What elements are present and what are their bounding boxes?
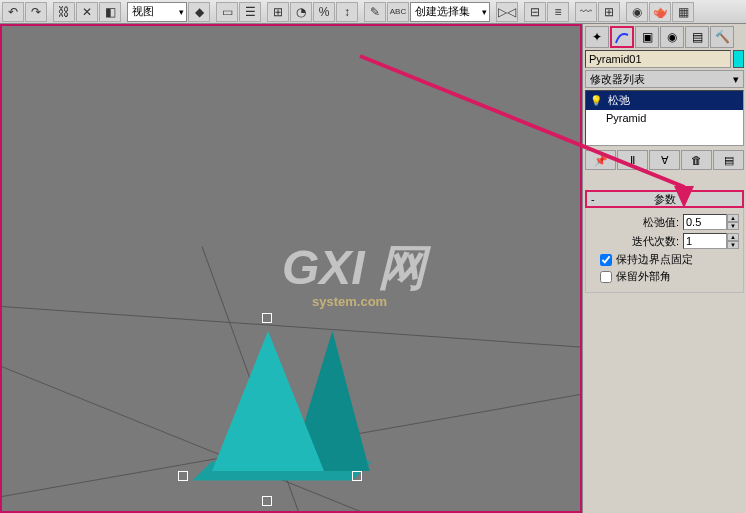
iterations-spinner[interactable]: ▲▼ [683,233,739,249]
select-button[interactable]: ▭ [216,2,238,22]
save-outer-row: 保留外部角 [600,269,739,284]
save-outer-label: 保留外部角 [616,269,671,284]
align-button[interactable]: ⊟ [524,2,546,22]
scene-3d [2,26,580,511]
named-selection-dropdown[interactable]: 创建选择集 [410,2,490,22]
annotation-arrow-head [674,186,694,208]
keep-boundary-label: 保持边界点固定 [616,252,693,267]
select-link-button[interactable]: ⛓ [53,2,75,22]
schematic-view-button[interactable]: ⊞ [598,2,620,22]
display-tab[interactable]: ▤ [685,26,709,48]
selection-handle[interactable] [262,496,272,506]
iterations-label: 迭代次数: [590,234,679,249]
keep-boundary-checkbox[interactable] [600,254,612,266]
stack-toolbar: 📌 Ⅱ ∀ 🗑 ▤ [585,150,744,170]
selection-handle[interactable] [262,313,272,323]
redo-button[interactable]: ↷ [25,2,47,22]
save-outer-checkbox[interactable] [600,271,612,283]
main-toolbar: ↶ ↷ ⛓ ✕ ◧ 视图 ◆ ▭ ☰ ⊞ ◔ % ↕ ✎ ABC 创建选择集 ▷… [0,0,746,24]
minus-icon: - [591,193,595,205]
configure-sets-button[interactable]: ▤ [713,150,744,170]
command-panel-tabs: ✦ ▣ ◉ ▤ 🔨 [585,26,744,48]
object-name-input[interactable] [585,50,731,68]
keep-boundary-row: 保持边界点固定 [600,252,739,267]
layers-button[interactable]: ≡ [547,2,569,22]
mirror-button[interactable]: ▷◁ [496,2,518,22]
named-selection-edit-button[interactable]: ✎ [364,2,386,22]
render-scene-button[interactable]: 🫖 [649,2,671,22]
percent-snap-button[interactable]: % [313,2,335,22]
lightbulb-icon: 💡 [590,95,602,106]
selection-handle[interactable] [178,471,188,481]
modify-icon [614,29,630,45]
pyramid-front-face [212,331,324,471]
angle-snap-button[interactable]: ◔ [290,2,312,22]
remove-modifier-button[interactable]: 🗑 [681,150,712,170]
stack-item-label: Pyramid [606,112,646,124]
iterations-input[interactable] [683,233,727,249]
material-editor-button[interactable]: ◉ [626,2,648,22]
parameters-rollout-body: 松弛值: ▲▼ 迭代次数: ▲▼ 保持边界点固定 保留外部角 [585,208,744,293]
pyramid-object[interactable] [182,321,352,491]
unlink-button[interactable]: ✕ [76,2,98,22]
parameters-rollout-header[interactable]: - 参数 [585,190,744,208]
undo-button[interactable]: ↶ [2,2,24,22]
motion-tab[interactable]: ◉ [660,26,684,48]
command-panel: ✦ ▣ ◉ ▤ 🔨 修改器列表 💡 松弛 Pyramid 📌 Ⅱ ∀ 🗑 ▤ -… [582,24,746,513]
snap-toggle-button[interactable]: ⊞ [267,2,289,22]
quick-render-button[interactable]: ▦ [672,2,694,22]
modifier-list-dropdown[interactable]: 修改器列表 [585,70,744,88]
iterations-row: 迭代次数: ▲▼ [590,233,739,249]
perspective-viewport[interactable]: GXI 网 system.com [0,24,582,513]
reference-coord-dropdown[interactable]: 视图 [127,2,187,22]
spinner-buttons[interactable]: ▲▼ [727,233,739,249]
relax-value-label: 松弛值: [590,215,679,230]
make-unique-button[interactable]: ∀ [649,150,680,170]
object-name-row [585,50,744,68]
hierarchy-tab[interactable]: ▣ [635,26,659,48]
relax-value-spinner[interactable]: ▲▼ [683,214,739,230]
rollout-title: 参数 [654,192,676,207]
spinner-buttons[interactable]: ▲▼ [727,214,739,230]
stack-item-base[interactable]: Pyramid [586,110,743,126]
relax-value-row: 松弛值: ▲▼ [590,214,739,230]
use-pivot-center-button[interactable]: ◆ [188,2,210,22]
modifier-stack[interactable]: 💡 松弛 Pyramid [585,90,744,146]
abc-icon[interactable]: ABC [387,2,409,22]
stack-item-relax[interactable]: 💡 松弛 [586,91,743,110]
selection-handle[interactable] [352,471,362,481]
spinner-snap-button[interactable]: ↕ [336,2,358,22]
curve-editor-button[interactable]: 〰 [575,2,597,22]
utilities-tab[interactable]: 🔨 [710,26,734,48]
create-tab[interactable]: ✦ [585,26,609,48]
bind-spacewarp-button[interactable]: ◧ [99,2,121,22]
modify-tab[interactable] [610,26,634,48]
object-color-swatch[interactable] [733,50,744,68]
select-by-name-button[interactable]: ☰ [239,2,261,22]
relax-value-input[interactable] [683,214,727,230]
stack-item-label: 松弛 [608,93,630,108]
